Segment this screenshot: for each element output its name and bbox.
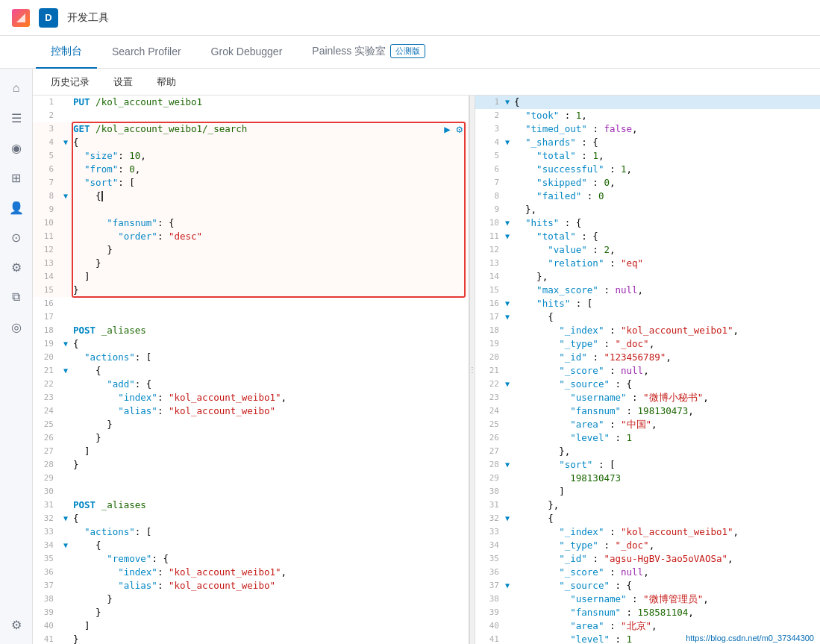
output-line-content: "_id" : "agsu-HgBV-3ao5oVAOSa",	[513, 552, 820, 566]
output-line-content: 198130473	[513, 472, 820, 485]
line-number: 3	[33, 122, 60, 136]
output-line-number: 12	[475, 243, 502, 257]
panel-divider[interactable]: ⋮	[469, 96, 475, 644]
output-line-content: "_type" : "_doc",	[513, 539, 820, 552]
output-line-gutter[interactable]: ▼	[502, 310, 513, 324]
line-content: "order": "desc"	[72, 230, 469, 243]
output-line-number: 22	[475, 378, 502, 391]
output-line: 35 "_id" : "agsu-HgBV-3ao5oVAOSa",	[475, 552, 820, 566]
output-line-number: 19	[475, 337, 502, 351]
sidebar-icon-list[interactable]: ☰	[3, 104, 30, 131]
output-line: 19 "_type" : "_doc",	[475, 337, 820, 351]
output-line: 36 "_score" : null,	[475, 566, 820, 579]
output-line-content: "took" : 1,	[513, 109, 820, 122]
output-line-content: "_id" : "123456789",	[513, 351, 820, 364]
line-content: ]	[72, 445, 469, 458]
editor-line: 27 ]	[33, 445, 469, 458]
editor-line: 7 "sort": [	[33, 176, 469, 190]
toolbar-settings[interactable]: 设置	[107, 72, 139, 92]
editor-line: 16	[33, 297, 469, 310]
sidebar-icon-tag[interactable]: ⊙	[3, 224, 30, 251]
output-line-content: "level" : 1	[513, 431, 820, 445]
output-line-content: "value" : 2,	[513, 243, 820, 257]
line-number: 6	[33, 163, 60, 176]
output-line: 22▼ "_source" : {	[475, 378, 820, 391]
line-number: 9	[33, 203, 60, 216]
line-gutter[interactable]: ▼	[60, 539, 72, 552]
output-line-gutter[interactable]: ▼	[502, 297, 513, 310]
sidebar-icon-home[interactable]: ⌂	[3, 75, 30, 101]
tab-console[interactable]: 控制台	[36, 36, 97, 69]
line-number: 36	[33, 566, 60, 579]
sidebar-icon-settings[interactable]: ⚙	[3, 611, 30, 638]
editor-line: 4▼{	[33, 136, 469, 149]
editor-code-container: 1PUT /kol_account_weibo123GET /kol_accou…	[33, 96, 469, 644]
line-number: 34	[33, 539, 60, 552]
sidebar-icon-chart[interactable]: ◉	[3, 134, 30, 161]
tab-search-profiler[interactable]: Search Profiler	[97, 36, 196, 69]
output-line-content: "_source" : {	[513, 579, 820, 593]
line-gutter[interactable]: ▼	[60, 337, 72, 351]
line-content: }	[72, 243, 469, 257]
line-number: 28	[33, 458, 60, 472]
editor-line: 35 "remove": {	[33, 552, 469, 566]
editor-area: 1PUT /kol_account_weibo123GET /kol_accou…	[33, 96, 820, 644]
sidebar-icon-stack[interactable]: ⊞	[3, 164, 30, 191]
output-line: 38 "username" : "微博管理员",	[475, 593, 820, 606]
line-number: 25	[33, 418, 60, 431]
right-output-panel[interactable]: 1▼{2 "took" : 1,3 "timed_out" : false,4▼…	[475, 96, 820, 644]
output-line-gutter[interactable]: ▼	[502, 579, 513, 593]
sidebar-icon-dev[interactable]: ⚙	[3, 254, 30, 281]
line-content: "from": 0,	[72, 163, 469, 176]
line-gutter[interactable]: ▼	[60, 190, 72, 203]
line-gutter[interactable]: ▼	[60, 512, 72, 525]
line-number: 32	[33, 512, 60, 525]
sidebar-icon-user[interactable]: 👤	[3, 194, 30, 221]
output-line-number: 17	[475, 310, 502, 324]
settings-query-button[interactable]: ⚙	[457, 122, 463, 136]
output-line-number: 30	[475, 485, 502, 498]
line-number: 8	[33, 190, 60, 203]
line-number: 13	[33, 257, 60, 270]
toolbar-history[interactable]: 历史记录	[45, 72, 96, 92]
line-number: 5	[33, 149, 60, 163]
output-line-gutter[interactable]: ▼	[502, 136, 513, 149]
editor-line: 8▼ {	[33, 190, 469, 203]
output-line-gutter[interactable]: ▼	[502, 458, 513, 472]
line-gutter[interactable]: ▼	[60, 364, 72, 378]
toolbar-help[interactable]: 帮助	[151, 72, 182, 92]
line-content: {	[72, 512, 469, 525]
line-gutter[interactable]: ▼	[60, 136, 72, 149]
sidebar-icon-puzzle[interactable]: ⧉	[3, 284, 30, 310]
output-line-content: },	[513, 498, 820, 512]
tab-grok-debugger[interactable]: Grok Debugger	[196, 36, 298, 69]
app-title: 开发工具	[67, 11, 109, 25]
run-query-button[interactable]: ▶	[444, 122, 450, 136]
app-icon: D	[39, 8, 58, 28]
line-number: 17	[33, 310, 60, 324]
output-line: 27 },	[475, 445, 820, 458]
line-number: 40	[33, 619, 60, 633]
line-number: 24	[33, 404, 60, 418]
sidebar-icon-bell[interactable]: ◎	[3, 313, 30, 340]
output-line: 34 "_type" : "_doc",	[475, 539, 820, 552]
line-content: }	[72, 418, 469, 431]
editor-line: 9	[33, 203, 469, 216]
output-line-gutter[interactable]: ▼	[502, 96, 513, 109]
output-line-content: "total" : 1,	[513, 149, 820, 163]
output-line-gutter[interactable]: ▼	[502, 378, 513, 391]
output-line: 17▼ {	[475, 310, 820, 324]
kibana-logo	[12, 9, 30, 27]
output-line-gutter[interactable]: ▼	[502, 230, 513, 243]
output-line-number: 11	[475, 230, 502, 243]
output-line-content: "_shards" : {	[513, 136, 820, 149]
output-line-gutter[interactable]: ▼	[502, 216, 513, 230]
output-line: 7 "skipped" : 0,	[475, 176, 820, 190]
output-line-gutter[interactable]: ▼	[502, 512, 513, 525]
output-line-number: 24	[475, 404, 502, 418]
line-content: }	[72, 284, 469, 297]
line-content: "alias": "kol_account_weibo"	[72, 404, 469, 418]
output-line-content: "failed" : 0	[513, 190, 820, 203]
tab-painless[interactable]: Painless 实验室 公测版	[297, 36, 440, 69]
left-editor-panel[interactable]: 1PUT /kol_account_weibo123GET /kol_accou…	[33, 96, 469, 644]
